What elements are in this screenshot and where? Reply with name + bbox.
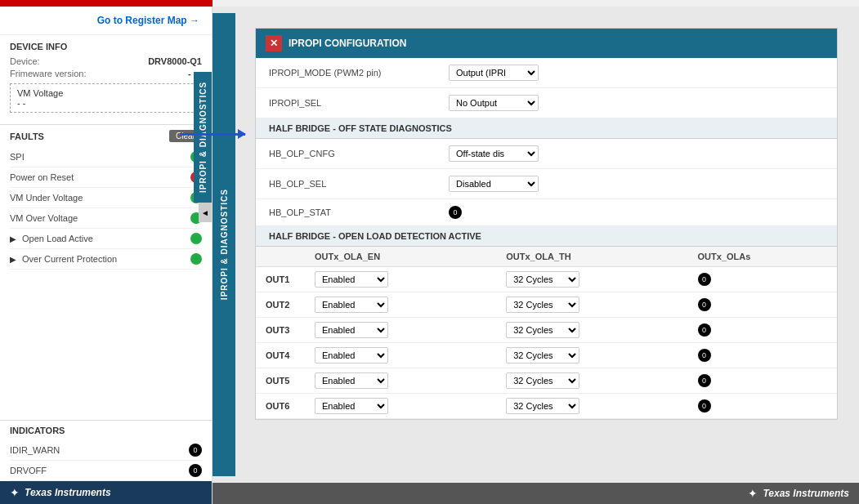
- config-panel: ✕ IPROPI CONFIGURATION IPROPI_MODE (PWM2…: [255, 28, 838, 420]
- config-field-select[interactable]: Output (IPRIInputDisabled: [449, 65, 539, 81]
- fault-status-dot: [190, 253, 202, 265]
- sidebar: Go to Register Map IPROPI & DIAGNOSTICS …: [0, 7, 213, 504]
- ola-th-cell: 32 Cycles16 Cycles64 Cycles: [496, 394, 687, 419]
- ola-th-select[interactable]: 32 Cycles16 Cycles64 Cycles: [506, 297, 579, 313]
- ola-section-header: HALF BRIDGE - OPEN LOAD DETECTION ACTIVE: [256, 226, 837, 247]
- ti-brand-sidebar: Texas Instruments: [25, 487, 111, 498]
- fault-item-label: Power on Reset: [10, 172, 74, 182]
- hb-field-select[interactable]: DisabledOUT1OUT2: [449, 176, 539, 192]
- fault-items-list: SPI Power on Reset VM Under Voltage VM O…: [10, 147, 202, 270]
- firmware-row: Frimeware version: - - -: [10, 69, 202, 78]
- faults-header: FAULTS Clear: [10, 125, 202, 147]
- register-map-link-container: Go to Register Map: [0, 7, 212, 35]
- hb-field-row: HB_OLP_CNFG Off-state disOn-stateDisable…: [256, 139, 837, 169]
- ti-logo-right-icon: ✦: [748, 487, 758, 500]
- ola-table-row: OUT2 EnabledDisabled 32 Cycles16 Cycles6…: [256, 292, 837, 318]
- ola-table: OUTx_OLA_ENOUTx_OLA_THOUTx_OLAs OUT1 Ena…: [256, 247, 837, 419]
- config-field-row: IPROPI_SEL No OutputOUT1OUT2OUT3: [256, 88, 837, 118]
- ola-th-select[interactable]: 32 Cycles16 Cycles64 Cycles: [506, 271, 579, 288]
- config-field-row: IPROPI_MODE (PWM2 pin) Output (IPRIInput…: [256, 58, 837, 88]
- expand-arrow-icon: ▶: [10, 234, 16, 243]
- ola-table-row: OUT3 EnabledDisabled 32 Cycles16 Cycles6…: [256, 318, 837, 343]
- ola-stat-cell: 0: [688, 394, 838, 419]
- fault-item-label: VM Over Voltage: [10, 213, 78, 223]
- register-map-link[interactable]: Go to Register Map: [97, 15, 199, 26]
- ola-en-cell: EnabledDisabled: [305, 318, 496, 343]
- ola-en-cell: EnabledDisabled: [305, 368, 496, 394]
- ola-th-cell: 32 Cycles16 Cycles64 Cycles: [496, 292, 687, 318]
- ola-th-select[interactable]: 32 Cycles16 Cycles64 Cycles: [506, 372, 579, 389]
- ola-out-label: OUT2: [256, 292, 305, 318]
- hb-fields: HB_OLP_CNFG Off-state disOn-stateDisable…: [256, 139, 837, 226]
- ola-en-cell: EnabledDisabled: [305, 292, 496, 318]
- ola-th-select[interactable]: 32 Cycles16 Cycles64 Cycles: [506, 322, 579, 338]
- ola-en-select[interactable]: EnabledDisabled: [315, 271, 388, 288]
- ola-th-cell: 32 Cycles16 Cycles64 Cycles: [496, 343, 687, 368]
- close-panel-button[interactable]: ✕: [266, 35, 282, 51]
- config-field-label: IPROPI_SEL: [269, 98, 432, 108]
- ola-table-body: OUT1 EnabledDisabled 32 Cycles16 Cycles6…: [256, 267, 837, 419]
- ola-en-select[interactable]: EnabledDisabled: [315, 297, 388, 313]
- hb-field-label: HB_OLP_STAT: [269, 207, 432, 217]
- expand-arrow-icon: ▶: [10, 255, 16, 264]
- ola-en-select[interactable]: EnabledDisabled: [315, 347, 388, 364]
- indicators-section: INDICATORS IDIR_WARN 0 DRVOFF 0: [0, 420, 212, 481]
- ola-stat-cell: 0: [688, 343, 838, 368]
- hb-stat-badge: 0: [449, 206, 462, 219]
- hb-off-state-section-header: HALF BRIDGE - OFF STATE DIAGNOSTICS: [256, 118, 837, 139]
- ola-stat-badge: 0: [698, 349, 711, 362]
- hb-field-select[interactable]: Off-state disOn-stateDisabled: [449, 145, 539, 162]
- top-bar: [0, 0, 213, 7]
- ola-column-header: [256, 247, 305, 267]
- ola-th-select[interactable]: 32 Cycles16 Cycles64 Cycles: [506, 347, 579, 364]
- ola-th-cell: 32 Cycles16 Cycles64 Cycles: [496, 368, 687, 394]
- ipropi-diagnostics-tab[interactable]: IPROPI & DIAGNOSTICS: [194, 72, 212, 203]
- panel-wrapper: ✕ IPROPI CONFIGURATION IPROPI_MODE (PWM2…: [235, 13, 852, 476]
- ipropi-vertical-sidebar[interactable]: IPROPI & DIAGNOSTICS: [213, 13, 235, 476]
- config-content: IPROPI_MODE (PWM2 pin) Output (IPRIInput…: [256, 58, 837, 419]
- config-field-label: IPROPI_MODE (PWM2 pin): [269, 68, 432, 78]
- ola-stat-badge: 0: [698, 323, 711, 337]
- ola-out-label: OUT3: [256, 318, 305, 343]
- ti-logo-icon: ✦: [10, 486, 20, 499]
- ola-en-select[interactable]: EnabledDisabled: [315, 322, 388, 338]
- ola-out-label: OUT6: [256, 394, 305, 419]
- device-value: DRV8000-Q1: [148, 56, 202, 66]
- ola-th-select[interactable]: 32 Cycles16 Cycles64 Cycles: [506, 398, 579, 414]
- indicators-title: INDICATORS: [10, 421, 202, 440]
- right-footer: ✦ Texas Instruments: [213, 483, 859, 504]
- ola-column-header: OUTx_OLA_TH: [496, 247, 687, 267]
- ola-en-select[interactable]: EnabledDisabled: [315, 398, 388, 414]
- device-info-title: DEVICE INFO: [10, 42, 202, 51]
- config-field-select[interactable]: No OutputOUT1OUT2OUT3: [449, 95, 539, 111]
- close-icon: ✕: [270, 38, 278, 49]
- vm-voltage-label: VM Voltage: [17, 88, 195, 98]
- ola-stat-cell: 0: [688, 318, 838, 343]
- ola-column-header: OUTx_OLAs: [688, 247, 838, 267]
- device-info-section: DEVICE INFO Device: DRV8000-Q1 Frimeware…: [0, 35, 212, 125]
- fault-item[interactable]: ▶ Open Load Active: [10, 229, 202, 249]
- ola-table-row: OUT6 EnabledDisabled 32 Cycles16 Cycles6…: [256, 394, 837, 419]
- device-row: Device: DRV8000-Q1: [10, 56, 202, 66]
- right-panel: IPROPI & DIAGNOSTICS ✕ IPROPI CONFIGURAT…: [213, 7, 859, 504]
- fault-item-label: ▶ Over Current Protection: [10, 254, 117, 264]
- fault-item: VM Under Voltage: [10, 188, 202, 208]
- firmware-label: Frimeware version:: [10, 69, 87, 78]
- device-label: Device:: [10, 56, 40, 66]
- panel-header: ✕ IPROPI CONFIGURATION: [256, 29, 837, 58]
- ola-th-cell: 32 Cycles16 Cycles64 Cycles: [496, 318, 687, 343]
- sidebar-footer: ✦ Texas Instruments: [0, 481, 212, 504]
- ola-stat-cell: 0: [688, 368, 838, 394]
- ola-en-cell: EnabledDisabled: [305, 343, 496, 368]
- ola-en-cell: EnabledDisabled: [305, 394, 496, 419]
- collapse-button[interactable]: ◄: [199, 203, 212, 222]
- fault-item: Power on Reset: [10, 167, 202, 188]
- right-content-wrapper: IPROPI & DIAGNOSTICS ✕ IPROPI CONFIGURAT…: [213, 7, 859, 483]
- fault-item[interactable]: ▶ Over Current Protection: [10, 249, 202, 270]
- ola-en-select[interactable]: EnabledDisabled: [315, 372, 388, 389]
- ola-en-cell: EnabledDisabled: [305, 267, 496, 292]
- indicator-badge: 0: [189, 444, 202, 457]
- ola-table-row: OUT1 EnabledDisabled 32 Cycles16 Cycles6…: [256, 267, 837, 292]
- ola-out-label: OUT5: [256, 368, 305, 394]
- ipropi-sidebar-label: IPROPI & DIAGNOSTICS: [220, 189, 229, 300]
